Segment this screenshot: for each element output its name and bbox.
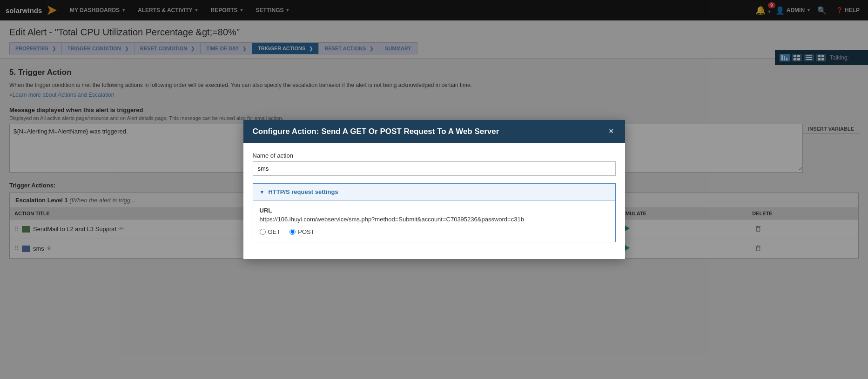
url-label: URL <box>260 207 609 214</box>
accordion-content: URL https://106.ihuyi.com/webservice/sms… <box>253 200 615 242</box>
http-method-radio-group: GET POST <box>260 228 609 235</box>
accordion-header[interactable]: ▼ HTTP/S request settings <box>253 184 615 200</box>
radio-post-label: POST <box>298 228 314 235</box>
modal-body: Name of action ▼ HTTP/S request settings… <box>243 143 625 259</box>
modal-close-button[interactable]: × <box>607 126 616 136</box>
modal-title: Configure Action: Send A GET Or POST Req… <box>253 127 499 136</box>
accordion-arrow-icon: ▼ <box>260 189 265 195</box>
accordion-label: HTTP/S request settings <box>268 188 338 195</box>
radio-get[interactable]: GET <box>260 228 281 235</box>
radio-get-input[interactable] <box>260 229 266 235</box>
radio-get-label: GET <box>268 228 281 235</box>
http-settings-accordion: ▼ HTTP/S request settings URL https://10… <box>253 183 616 242</box>
radio-post-input[interactable] <box>289 229 296 235</box>
radio-post[interactable]: POST <box>289 228 314 235</box>
name-of-action-group: Name of action <box>253 152 616 176</box>
modal-overlay[interactable]: Configure Action: Send A GET Or POST Req… <box>0 0 868 379</box>
name-of-action-input[interactable] <box>253 161 616 176</box>
configure-action-modal: Configure Action: Send A GET Or POST Req… <box>243 120 625 259</box>
name-of-action-label: Name of action <box>253 152 616 159</box>
url-value: https://106.ihuyi.com/webservice/sms.php… <box>260 216 609 223</box>
modal-header: Configure Action: Send A GET Or POST Req… <box>243 120 625 143</box>
